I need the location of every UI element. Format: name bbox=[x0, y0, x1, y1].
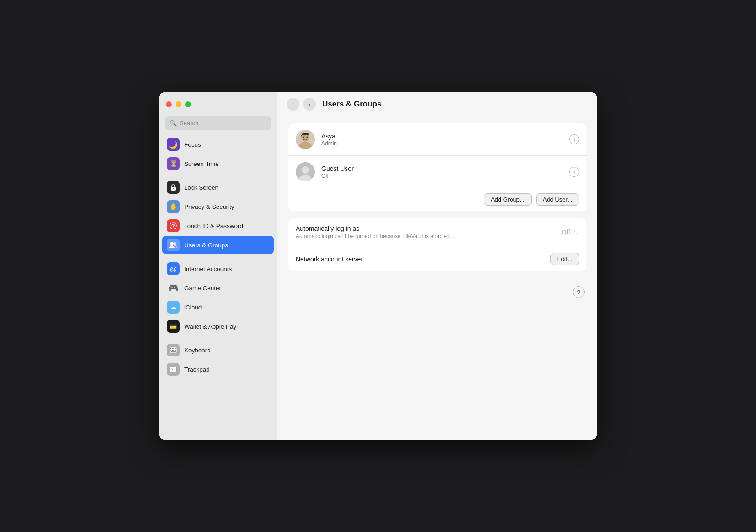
svg-rect-11 bbox=[172, 350, 173, 351]
sidebar-item-label: Game Center bbox=[184, 285, 221, 292]
network-server-label: Network account server bbox=[296, 255, 546, 263]
sidebar-item-keyboard[interactable]: Keyboard bbox=[162, 341, 274, 359]
auto-login-label-group: Automatically log in as Automatic login … bbox=[296, 225, 557, 239]
search-container: 🔍 Search bbox=[159, 116, 277, 135]
svg-rect-8 bbox=[173, 348, 174, 349]
trackpad-icon bbox=[167, 363, 180, 376]
svg-rect-13 bbox=[175, 350, 176, 351]
svg-point-3 bbox=[170, 242, 174, 245]
search-placeholder: Search bbox=[180, 120, 198, 127]
sidebar-item-label: Trackpad bbox=[184, 366, 210, 373]
avatar-asya bbox=[296, 130, 315, 149]
forward-button[interactable]: › bbox=[303, 98, 316, 111]
users-card: Asya Admin i bbox=[288, 123, 586, 211]
buttons-row: Add Group... Add User... bbox=[288, 188, 586, 211]
sidebar-item-label: Screen Time bbox=[184, 160, 219, 167]
sidebar-item-screentime[interactable]: ⏳ Screen Time bbox=[162, 154, 274, 173]
titlebar bbox=[159, 92, 277, 116]
svg-rect-6 bbox=[170, 348, 171, 349]
network-server-row: Network account server Edit... bbox=[288, 246, 586, 271]
sidebar-item-label: Privacy & Security bbox=[184, 203, 234, 210]
auto-login-value: Off ⌃⌄ bbox=[562, 229, 579, 236]
svg-point-19 bbox=[303, 137, 304, 138]
auto-login-label: Automatically log in as bbox=[296, 225, 557, 232]
search-icon: 🔍 bbox=[170, 120, 177, 127]
system-preferences-window: 🔍 Search 🌙 Focus ⏳ Screen Time bbox=[159, 92, 597, 440]
sidebar-item-privacy[interactable]: ✋ Privacy & Security bbox=[162, 197, 274, 216]
sidebar-item-label: iCloud bbox=[184, 304, 202, 311]
page-title: Users & Groups bbox=[322, 100, 381, 109]
minimize-button[interactable] bbox=[176, 101, 181, 107]
svg-rect-1 bbox=[173, 188, 174, 189]
svg-rect-14 bbox=[171, 351, 176, 352]
sidebar-item-gamecenter[interactable]: 🎮 Game Center bbox=[162, 279, 274, 297]
user-row-asya: Asya Admin i bbox=[288, 123, 586, 155]
search-box[interactable]: 🔍 Search bbox=[165, 116, 271, 130]
sidebar-item-label: Touch ID & Password bbox=[184, 223, 243, 229]
sidebar-item-label: Lock Screen bbox=[184, 184, 218, 191]
internet-icon: @ bbox=[167, 262, 180, 275]
screentime-icon: ⏳ bbox=[167, 157, 180, 170]
info-icon: i bbox=[574, 136, 575, 143]
privacy-icon: ✋ bbox=[167, 200, 180, 213]
gamecenter-icon: 🎮 bbox=[167, 282, 180, 294]
maximize-button[interactable] bbox=[185, 101, 191, 107]
info-icon: i bbox=[574, 169, 575, 176]
wallet-icon: 💳 bbox=[167, 320, 180, 333]
sidebar-item-label: Internet Accounts bbox=[184, 266, 232, 272]
help-area: ? bbox=[288, 277, 586, 298]
svg-point-20 bbox=[307, 137, 308, 138]
user-name-asya: Asya bbox=[321, 133, 563, 140]
sidebar-item-icloud[interactable]: ☁ iCloud bbox=[162, 298, 274, 316]
edit-button[interactable]: Edit... bbox=[550, 253, 579, 265]
close-button[interactable] bbox=[166, 101, 172, 107]
users-icon bbox=[167, 239, 180, 251]
sidebar-item-label: Keyboard bbox=[184, 347, 211, 354]
icloud-icon: ☁ bbox=[167, 301, 180, 314]
sidebar-item-touchid[interactable]: Touch ID & Password bbox=[162, 217, 274, 235]
user-row-guest: Guest User Off i bbox=[288, 155, 586, 188]
auto-login-sublabel: Automatic login can't be turned on becau… bbox=[296, 233, 557, 239]
back-button[interactable]: ‹ bbox=[287, 98, 299, 111]
svg-rect-12 bbox=[173, 350, 174, 351]
user-info-asya: Asya Admin bbox=[321, 133, 563, 147]
sidebar-item-focus[interactable]: 🌙 Focus bbox=[162, 135, 274, 154]
svg-point-4 bbox=[173, 242, 176, 245]
user-role-guest: Off bbox=[321, 173, 563, 179]
sidebar-item-trackpad[interactable]: Trackpad bbox=[162, 360, 274, 378]
help-button[interactable]: ? bbox=[573, 286, 585, 298]
svg-point-22 bbox=[302, 166, 309, 174]
svg-rect-9 bbox=[175, 348, 176, 349]
sidebar-item-users[interactable]: Users & Groups bbox=[162, 236, 274, 254]
user-info-guest: Guest User Off bbox=[321, 165, 563, 179]
forward-icon: › bbox=[309, 101, 311, 108]
main-body: Asya Admin i bbox=[277, 116, 597, 440]
back-icon: ‹ bbox=[292, 101, 294, 108]
sidebar-items: 🌙 Focus ⏳ Screen Time Lock Screen bbox=[159, 135, 277, 440]
chevron-icon: ⌃⌄ bbox=[572, 230, 579, 235]
add-user-button[interactable]: Add User... bbox=[536, 193, 579, 206]
sidebar-item-lockscreen[interactable]: Lock Screen bbox=[162, 178, 274, 197]
avatar-guest bbox=[296, 162, 315, 181]
main-content: ‹ › Users & Groups bbox=[277, 92, 597, 440]
touchid-icon bbox=[167, 219, 180, 232]
user-role-asya: Admin bbox=[321, 140, 563, 147]
main-header: ‹ › Users & Groups bbox=[277, 92, 597, 116]
sidebar-item-label: Users & Groups bbox=[184, 242, 228, 249]
user-name-guest: Guest User bbox=[321, 165, 563, 172]
info-button-guest[interactable]: i bbox=[569, 167, 579, 177]
add-group-button[interactable]: Add Group... bbox=[484, 193, 532, 206]
settings-card: Automatically log in as Automatic login … bbox=[288, 218, 586, 271]
focus-icon: 🌙 bbox=[167, 138, 180, 151]
sidebar-item-internet[interactable]: @ Internet Accounts bbox=[162, 260, 274, 278]
svg-rect-7 bbox=[172, 348, 173, 349]
info-button-asya[interactable]: i bbox=[569, 134, 579, 144]
auto-login-row: Automatically log in as Automatic login … bbox=[288, 218, 586, 246]
sidebar-item-label: Focus bbox=[184, 141, 201, 148]
keyboard-icon bbox=[167, 344, 180, 356]
svg-rect-10 bbox=[170, 350, 171, 351]
sidebar-item-wallet[interactable]: 💳 Wallet & Apple Pay bbox=[162, 317, 274, 335]
sidebar-item-label: Wallet & Apple Pay bbox=[184, 323, 236, 330]
network-server-label-group: Network account server bbox=[296, 255, 546, 263]
sidebar: 🔍 Search 🌙 Focus ⏳ Screen Time bbox=[159, 92, 277, 440]
